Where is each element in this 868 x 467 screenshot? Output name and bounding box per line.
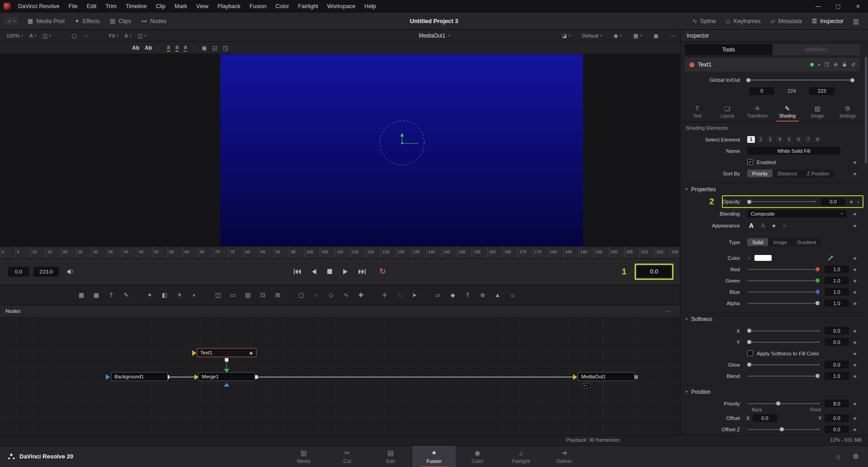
keyframe-diamond-icon[interactable]: ◆: [849, 278, 861, 283]
single-viewer-button[interactable]: ▣: [654, 33, 659, 39]
fusion-tool-icon[interactable]: [204, 289, 209, 300]
channel-slider[interactable]: [747, 292, 819, 292]
fusion-tool-icon[interactable]: ▭: [228, 289, 238, 300]
page-fairlight[interactable]: ♫Fairlight: [499, 446, 543, 467]
keyframe-diamond-icon[interactable]: ◆: [849, 160, 861, 165]
type-option-button[interactable]: Gradient: [792, 238, 821, 246]
fusion-tool-icon[interactable]: ▲: [492, 289, 503, 300]
color-space-dropdown[interactable]: ◉▾: [614, 33, 622, 39]
minimize-button[interactable]: —: [808, 0, 828, 13]
inspector-scrollbar[interactable]: [864, 55, 868, 430]
eyedropper-icon[interactable]: [828, 255, 834, 261]
keyframe-diamond-icon[interactable]: ◆: [849, 301, 861, 306]
fusion-tool-icon[interactable]: ◧: [159, 289, 170, 300]
chevron-down-icon[interactable]: ▾: [818, 63, 820, 67]
fusion-tool-icon[interactable]: ○: [311, 289, 322, 300]
tab-modifiers[interactable]: Modifiers: [773, 44, 860, 55]
channel-value-field[interactable]: 1.0: [825, 277, 849, 284]
element-button[interactable]: 8: [814, 136, 821, 143]
menu-item[interactable]: Playback: [213, 0, 245, 13]
fusion-tool-icon[interactable]: ☼: [507, 289, 518, 300]
element-name-field[interactable]: White Solid Fill: [747, 147, 840, 155]
keyframe-diamond-icon[interactable]: ◆: [849, 223, 861, 228]
softness-x-slider[interactable]: [747, 330, 819, 331]
fusion-tool-icon[interactable]: ✦: [144, 289, 155, 300]
node-enable-dot[interactable]: [810, 63, 814, 66]
underline-style-3-icon[interactable]: a: [184, 44, 187, 52]
apply-softness-checkbox[interactable]: [747, 350, 753, 356]
node-background1[interactable]: Background1: [111, 372, 168, 381]
page-edit[interactable]: ▤Edit: [369, 446, 413, 467]
effects-button[interactable]: ✦Effects: [70, 13, 105, 30]
render-range-end-field[interactable]: 223.0: [33, 267, 59, 277]
timeline-ruler[interactable]: 0510152025303540455055606570758085909510…: [0, 246, 680, 258]
keyframe-diamond-icon[interactable]: ◆: [849, 290, 861, 294]
viewer-options-button[interactable]: ⋯: [83, 33, 88, 39]
priority-slider[interactable]: [747, 403, 819, 404]
spline-button[interactable]: ∿Spline: [687, 13, 721, 30]
page-media[interactable]: ▥Media: [282, 446, 326, 467]
menu-item[interactable]: View: [192, 0, 213, 13]
menu-item[interactable]: Fusion: [245, 0, 271, 13]
color-expander-icon[interactable]: ›: [748, 255, 750, 261]
node-graph[interactable]: Text1 ◈ Background1 Merge1 MediaOut1: [0, 316, 680, 435]
sort-option-button[interactable]: Priority: [747, 170, 773, 177]
viewer-canvas[interactable]: [220, 54, 583, 246]
keyframe-diamond-icon[interactable]: ◆: [849, 427, 861, 432]
node-text1[interactable]: Text1 ◈: [197, 348, 256, 357]
menu-item[interactable]: Help: [360, 0, 381, 13]
keyframes-button[interactable]: ◇Keyframes: [721, 13, 766, 30]
project-home-icon[interactable]: ⌂: [836, 453, 840, 461]
offset-x-field[interactable]: 0.0: [753, 414, 777, 422]
metadata-button[interactable]: ▱Metadata: [766, 13, 807, 30]
keyframe-diamond-icon[interactable]: ◆: [849, 171, 861, 176]
element-button[interactable]: 2: [757, 136, 764, 143]
opacity-value-field[interactable]: 0.0: [821, 198, 845, 206]
channel-slider[interactable]: [747, 303, 819, 304]
keyframe-diamond-icon[interactable]: ◆: [849, 374, 861, 378]
frame-guide-1-icon[interactable]: ▣: [202, 45, 207, 51]
go-to-end-button[interactable]: [358, 269, 365, 274]
audio-mute-button[interactable]: [67, 269, 75, 275]
page-color[interactable]: ◉Color: [456, 446, 499, 467]
tab-settings[interactable]: ⚙Settings: [833, 101, 863, 122]
keyframe-diamond-icon[interactable]: ◆: [849, 416, 861, 420]
page-fusion[interactable]: ✶Fusion: [413, 446, 456, 467]
channel-dropdown-2[interactable]: A▾: [124, 33, 131, 38]
fusion-tool-icon[interactable]: ✚: [356, 289, 366, 300]
underline-style-1-icon[interactable]: a: [167, 44, 170, 52]
play-button[interactable]: [343, 269, 347, 274]
keyframe-diamond-icon[interactable]: ◆: [849, 256, 861, 260]
current-time-field[interactable]: 0.0: [637, 266, 671, 278]
blending-dropdown[interactable]: Composite▾: [747, 210, 846, 217]
tab-image[interactable]: ▨Image: [802, 101, 833, 122]
render-range-start-field[interactable]: 0.0: [8, 267, 29, 277]
channel-value-field[interactable]: 1.0: [825, 299, 849, 307]
play-reverse-button[interactable]: [312, 269, 316, 274]
tab-text[interactable]: TText: [682, 101, 712, 122]
menu-item[interactable]: DaVinci Resolve: [14, 0, 64, 13]
viewer-more-button[interactable]: ⋯: [670, 33, 676, 39]
element-button[interactable]: 7: [804, 136, 812, 143]
underline-style-2-icon[interactable]: a: [175, 44, 179, 52]
blend-slider[interactable]: [747, 376, 819, 377]
fit-dropdown[interactable]: Fit▾: [109, 33, 118, 38]
text-outline-button[interactable]: A: [761, 222, 765, 229]
type-option-button[interactable]: Solid: [747, 238, 768, 246]
view-mode-dropdown-2[interactable]: ◫▾: [138, 33, 146, 39]
offset-z-slider[interactable]: [747, 429, 819, 430]
reset-icon[interactable]: ↺: [851, 62, 855, 68]
monitor-dropdown[interactable]: ◪▾: [562, 33, 570, 39]
text-style-italic-icon[interactable]: Ab: [145, 45, 152, 51]
element-button[interactable]: 5: [785, 136, 793, 143]
text-fill-button[interactable]: A: [749, 222, 754, 229]
glow-value[interactable]: 0.0: [825, 361, 849, 368]
keyframe-diamond-icon[interactable]: ◆: [849, 401, 861, 406]
go-to-start-button[interactable]: [294, 269, 301, 274]
fusion-tool-icon[interactable]: ◐: [189, 289, 200, 300]
zoom-level-dropdown[interactable]: 100%▾: [6, 33, 23, 38]
fusion-tool-icon[interactable]: ◫: [213, 289, 223, 300]
fusion-tool-icon[interactable]: ◇: [326, 289, 337, 300]
layout-grid-dropdown[interactable]: ▦▾: [633, 33, 641, 39]
menu-item[interactable]: Clip: [152, 0, 171, 13]
